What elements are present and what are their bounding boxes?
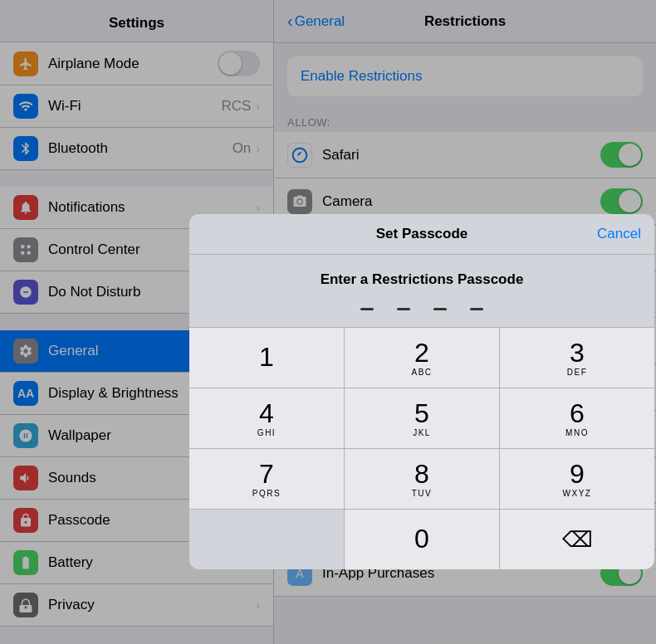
key-7-num: 7: [259, 461, 274, 487]
passcode-dialog-title: Set Passcode: [376, 226, 468, 242]
key-8-letters: TUV: [412, 489, 433, 498]
key-4[interactable]: 4 GHI: [189, 388, 344, 448]
key-9-letters: WXYZ: [563, 489, 592, 498]
key-3-letters: DEF: [567, 368, 588, 377]
key-2-letters: ABC: [411, 368, 432, 377]
key-7[interactable]: 7 PQRS: [189, 449, 344, 509]
key-4-num: 4: [259, 400, 274, 427]
key-empty: [189, 510, 344, 569]
key-6[interactable]: 6 MNO: [500, 388, 654, 448]
passcode-dot-4: [470, 308, 483, 310]
passcode-dots: [189, 301, 654, 327]
key-2[interactable]: 2 ABC: [345, 328, 499, 388]
passcode-dot-3: [433, 308, 447, 310]
key-5-num: 5: [414, 400, 429, 427]
key-1[interactable]: 1: [189, 328, 344, 388]
keypad: 1 2 ABC 3 DEF 4 GHI 5 JKL 6 MNO: [189, 327, 654, 569]
key-0-num: 0: [414, 525, 429, 552]
passcode-dialog: Set Passcode Cancel Enter a Restrictions…: [189, 214, 654, 569]
key-2-num: 2: [414, 339, 429, 366]
key-5[interactable]: 5 JKL: [345, 388, 499, 448]
key-8[interactable]: 8 TUV: [345, 449, 499, 509]
key-3-num: 3: [570, 339, 585, 366]
passcode-prompt: Enter a Restrictions Passcode: [189, 255, 654, 301]
key-7-letters: PQRS: [252, 489, 281, 498]
key-6-num: 6: [570, 400, 585, 427]
key-0[interactable]: 0: [345, 510, 499, 569]
key-1-num: 1: [259, 344, 274, 370]
passcode-dialog-header: Set Passcode Cancel: [189, 214, 654, 255]
passcode-dot-1: [360, 308, 374, 310]
key-6-letters: MNO: [565, 428, 589, 437]
key-5-letters: JKL: [413, 428, 431, 437]
passcode-cancel-button[interactable]: Cancel: [597, 226, 641, 242]
passcode-dot-2: [397, 308, 410, 310]
key-4-letters: GHI: [257, 428, 276, 437]
key-3[interactable]: 3 DEF: [500, 328, 654, 388]
key-9[interactable]: 9 WXYZ: [500, 449, 654, 509]
key-8-num: 8: [414, 461, 429, 487]
delete-icon: ⌫: [562, 527, 593, 553]
overlay: Set Passcode Cancel Enter a Restrictions…: [0, 0, 656, 644]
key-9-num: 9: [570, 461, 585, 487]
key-delete[interactable]: ⌫: [500, 510, 654, 569]
